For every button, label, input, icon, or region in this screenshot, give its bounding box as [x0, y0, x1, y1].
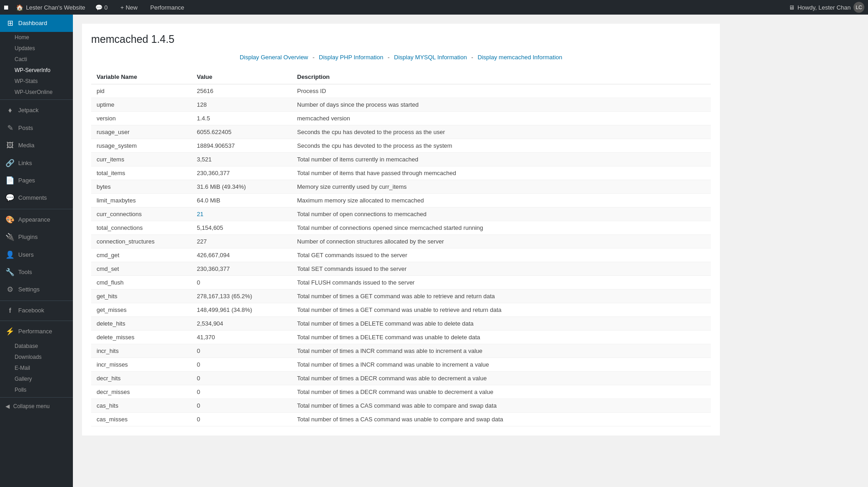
nav-link-memcached[interactable]: Display memcached Information: [478, 54, 562, 61]
performance-item[interactable]: Performance: [148, 4, 187, 11]
sidebar-item-media[interactable]: 🖼 Media: [0, 137, 73, 154]
posts-icon: ✎: [5, 123, 15, 133]
cell-variable: version: [91, 111, 191, 125]
sidebar-item-posts[interactable]: ✎ Posts: [0, 119, 73, 137]
page-title: memcached 1.4.5: [91, 33, 711, 47]
sidebar-item-pages[interactable]: 📄 Pages: [0, 172, 73, 189]
plugins-label: Plugins: [18, 233, 67, 241]
site-name[interactable]: 🏠 Lester Chan's Website: [16, 4, 85, 11]
cell-value: 18894.906537: [191, 139, 292, 152]
cell-variable: incr_misses: [91, 357, 191, 371]
cell-value: 25616: [191, 84, 292, 98]
wp-logo[interactable]: ■: [4, 3, 9, 12]
sidebar-item-links[interactable]: 🔗 Links: [0, 155, 73, 172]
cell-description: Total number of open connections to memc…: [292, 207, 711, 221]
comments-item[interactable]: 💬 0: [92, 4, 110, 11]
new-content-item[interactable]: + New: [118, 4, 140, 11]
collapse-menu[interactable]: ◀ Collapse menu: [0, 399, 73, 413]
cell-value: 31.6 MiB (49.34%): [191, 180, 292, 193]
col-header-value: Value: [191, 70, 292, 84]
value-link[interactable]: 21: [197, 211, 203, 218]
separator-nav-3: -: [471, 54, 473, 61]
sidebar-item-polls[interactable]: Polls: [0, 384, 73, 395]
cell-value: 426,667,094: [191, 248, 292, 262]
comments-label: Comments: [18, 194, 67, 202]
cell-variable: pid: [91, 84, 191, 98]
cacti-label: Cacti: [15, 56, 27, 62]
sidebar-item-database[interactable]: Database: [0, 341, 73, 352]
cell-value: 278,167,133 (65.2%): [191, 289, 292, 303]
nav-link-general[interactable]: Display General Overview: [240, 54, 308, 61]
cell-variable: cmd_flush: [91, 275, 191, 289]
jetpack-icon: ♦: [5, 105, 15, 115]
sidebar-item-settings[interactable]: ⚙ Settings: [0, 281, 73, 298]
media-icon: 🖼: [5, 140, 15, 150]
users-label: Users: [18, 251, 67, 259]
table-row: connection_structures227Number of connec…: [91, 234, 711, 248]
cell-variable: total_connections: [91, 221, 191, 234]
cell-description: Total SET commands issued to the server: [292, 262, 711, 275]
new-label: New: [126, 4, 138, 11]
howdy-menu[interactable]: 🖥 Howdy, Lester Chan LC: [789, 2, 864, 13]
sidebar-item-downloads[interactable]: Downloads: [0, 352, 73, 363]
cell-variable: decr_hits: [91, 371, 191, 385]
facebook-label: Facebook: [18, 306, 67, 315]
sidebar-item-comments[interactable]: 💬 Comments: [0, 189, 73, 207]
cell-description: Seconds the cpu has devoted to the proce…: [292, 139, 711, 152]
sidebar-item-email[interactable]: E-Mail: [0, 363, 73, 373]
cell-variable: limit_maxbytes: [91, 193, 191, 207]
cell-value: 64.0 MiB: [191, 193, 292, 207]
cell-value: 0: [191, 371, 292, 385]
cell-value: 3,521: [191, 152, 292, 166]
performance-label: Performance: [150, 4, 184, 11]
nav-link-mysql[interactable]: Display MYSQL Information: [394, 54, 467, 61]
collapse-icon: ◀: [5, 403, 10, 409]
table-row: delete_misses41,370Total number of times…: [91, 330, 711, 344]
settings-label: Settings: [18, 285, 67, 294]
sidebar-item-users[interactable]: 👤 Users: [0, 246, 73, 264]
sidebar-item-jetpack[interactable]: ♦ Jetpack: [0, 102, 73, 119]
col-header-description: Description: [292, 70, 711, 84]
tools-icon: 🔧: [5, 267, 15, 277]
screen-icon: 🖥: [789, 4, 795, 11]
sidebar-item-plugins[interactable]: 🔌 Plugins: [0, 228, 73, 246]
cell-description: Total number of times a INCR command was…: [292, 344, 711, 357]
table-row: cmd_set230,360,377Total SET commands iss…: [91, 262, 711, 275]
tools-label: Tools: [18, 268, 67, 276]
sidebar-item-home[interactable]: Home: [0, 32, 73, 43]
cell-description: Total number of connections opened since…: [292, 221, 711, 234]
cell-variable: decr_misses: [91, 385, 191, 399]
sidebar-item-dashboard[interactable]: ⊞ Dashboard: [0, 15, 73, 32]
dashboard-icon: ⊞: [5, 18, 15, 28]
sidebar-item-gallery[interactable]: Gallery: [0, 373, 73, 384]
separator-3: [0, 300, 73, 301]
nav-link-php[interactable]: Display PHP Information: [319, 54, 383, 61]
cell-description: Total number of times a CAS command was …: [292, 399, 711, 412]
sidebar-item-wp-serverinfo[interactable]: WP-ServerInfo: [0, 65, 73, 76]
appearance-icon: 🎨: [5, 215, 15, 225]
sidebar-item-performance[interactable]: ⚡ Performance: [0, 323, 73, 340]
users-icon: 👤: [5, 250, 15, 260]
cell-value: 2,534,904: [191, 316, 292, 330]
sidebar-item-facebook[interactable]: f Facebook: [0, 303, 73, 319]
email-label: E-Mail: [15, 365, 30, 371]
database-label: Database: [15, 343, 38, 349]
cell-value: 0: [191, 275, 292, 289]
cell-description: Memory size currently used by curr_items: [292, 180, 711, 193]
sidebar-item-appearance[interactable]: 🎨 Appearance: [0, 211, 73, 228]
cell-variable: cas_hits: [91, 399, 191, 412]
cell-description: Total number of times a DELETE command w…: [292, 330, 711, 344]
sidebar-item-wp-useronline[interactable]: WP-UserOnline: [0, 87, 73, 98]
cell-variable: rusage_user: [91, 125, 191, 139]
cell-description: Total number of items that have passed t…: [292, 166, 711, 180]
sidebar-item-updates[interactable]: Updates: [0, 43, 73, 54]
table-row: cmd_get426,667,094Total GET commands iss…: [91, 248, 711, 262]
sidebar-item-tools[interactable]: 🔧 Tools: [0, 264, 73, 281]
links-icon: 🔗: [5, 158, 15, 168]
table-row: limit_maxbytes64.0 MiBMaximum memory siz…: [91, 193, 711, 207]
cell-value: 0: [191, 385, 292, 399]
sidebar-item-wp-stats[interactable]: WP-Stats: [0, 76, 73, 87]
cell-value: 0: [191, 399, 292, 412]
cell-value: 0: [191, 357, 292, 371]
sidebar-item-cacti[interactable]: Cacti: [0, 54, 73, 65]
